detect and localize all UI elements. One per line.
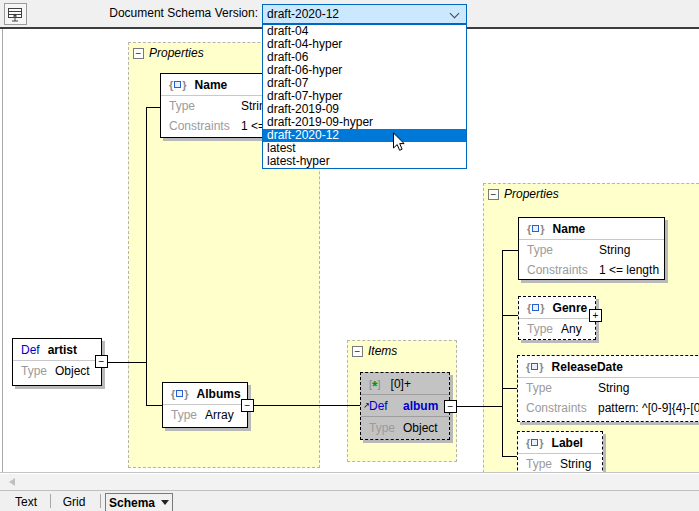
type-label: Type [527,322,561,336]
constraints-value: pattern: ^[0-9]{4}-[0- [598,401,699,415]
dropdown-item[interactable]: draft-06 [263,51,466,64]
section-label: Properties [149,46,204,60]
collapse-toggle-icon[interactable]: − [352,346,363,357]
connector-line [502,388,517,389]
node-album[interactable]: [*] [0]+ ↗ Def album Type Object [360,372,450,440]
connector-line [456,406,502,407]
constraints-value: 1 <= length [599,263,659,277]
schema-version-label: Document Schema Version: [60,6,258,20]
object-property-icon: {} [526,437,544,449]
node-title: Name [553,222,586,236]
tab-separator [50,494,51,508]
toolbar: Document Schema Version: draft-2020-12 [0,0,699,27]
connector-line [254,405,361,406]
object-property-icon: {} [527,302,545,314]
collapse-toggle-icon[interactable]: − [488,189,499,200]
occurrence-value: [0]+ [391,377,411,391]
connector-line [146,107,160,108]
collapse-handle[interactable]: − [444,400,457,413]
collapse-toggle-icon[interactable]: − [133,48,144,59]
type-label: Type [171,408,205,422]
type-value: Object [55,364,90,378]
dropdown-item[interactable]: draft-06-hyper [263,64,466,77]
node-artist[interactable]: Def artist Type Object [12,338,102,386]
combobox-value: draft-2020-12 [267,7,339,21]
schema-view-button[interactable] [4,3,27,25]
node-title: Label [552,436,583,450]
collapse-handle[interactable]: − [241,399,254,412]
schema-version-combobox[interactable]: draft-2020-12 [262,4,467,24]
object-property-icon: {} [526,361,544,373]
left-window-edge [2,29,3,473]
horizontal-scrollbar[interactable] [0,474,699,490]
type-label: Type [169,99,241,113]
dropdown-item[interactable]: latest-hyper [263,155,466,168]
node-title: Albums [197,387,241,401]
type-label: Type [21,364,55,378]
node-title: ReleaseDate [552,360,623,374]
node-title: Genre [553,301,588,315]
node-name-right[interactable]: {} Name Type String Constraints 1 <= len… [518,217,665,280]
connector-line [146,107,147,406]
dropdown-item[interactable]: draft-2019-09-hyper [263,116,466,129]
tab-grid[interactable]: Grid [56,491,92,511]
constraints-label: Constraints [527,263,599,277]
type-value: String [598,381,629,395]
constraints-label: Constraints [526,401,598,415]
def-keyword: Def [369,399,403,413]
dropdown-item[interactable]: draft-04 [263,25,466,38]
type-label: Type [527,243,599,257]
node-genre[interactable]: {} Genre Type Any [518,296,596,340]
def-keyword: Def [21,343,40,357]
section-label: Properties [504,187,559,201]
schema-version-dropdown-list[interactable]: draft-04 draft-04-hyper draft-06 draft-0… [262,24,467,169]
section-label: Items [368,344,397,358]
type-value: String [599,243,630,257]
type-label: Type [526,381,598,395]
dropdown-item[interactable]: draft-07 [263,77,466,90]
node-release-date[interactable]: {} ReleaseDate Type String Constraints p… [517,355,699,422]
type-value: Array [205,408,234,422]
tab-schema-label: Schema [109,496,155,510]
connector-line [502,250,503,457]
connector-line [502,315,518,316]
object-property-icon: {} [171,388,189,400]
dropdown-item-selected[interactable]: draft-2020-12 [263,129,466,142]
connector-line [502,250,518,251]
view-tab-bar: Text Grid Schema [0,490,699,511]
node-title: Name [195,78,228,92]
node-label[interactable]: {} Label Type String [517,431,603,473]
schema-grid-icon [7,6,24,23]
chevron-down-icon [450,9,460,19]
collapse-handle[interactable]: − [95,355,108,368]
constraints-label: Constraints [169,119,241,133]
array-item-icon: [*] [369,378,381,390]
reference-arrow-icon: ↗ [363,401,370,410]
dropdown-item[interactable]: draft-07-hyper [263,90,466,103]
type-value: Object [403,421,438,435]
dropdown-item[interactable]: draft-2019-09 [263,103,466,116]
type-label: Type [369,421,403,435]
connector-line [502,456,517,457]
dropdown-item[interactable]: latest [263,142,466,155]
connector-line [146,405,162,406]
type-value: Any [561,322,582,336]
expand-handle[interactable]: + [589,309,602,322]
object-property-icon: {} [527,223,545,235]
node-title: artist [48,343,77,357]
tab-separator [100,494,101,508]
type-label: Type [526,457,560,471]
node-title: album [403,399,438,413]
tab-schema[interactable]: Schema [105,493,173,511]
object-property-icon: {} [169,79,187,91]
type-value: String [560,457,591,471]
node-albums[interactable]: {} Albums Type Array [162,382,248,428]
scroll-left-icon[interactable] [9,478,15,486]
tab-text[interactable]: Text [8,491,44,511]
dropdown-item[interactable]: draft-04-hyper [263,38,466,51]
caret-down-icon [161,500,169,505]
connector-line [108,362,147,363]
mouse-cursor [392,132,406,152]
